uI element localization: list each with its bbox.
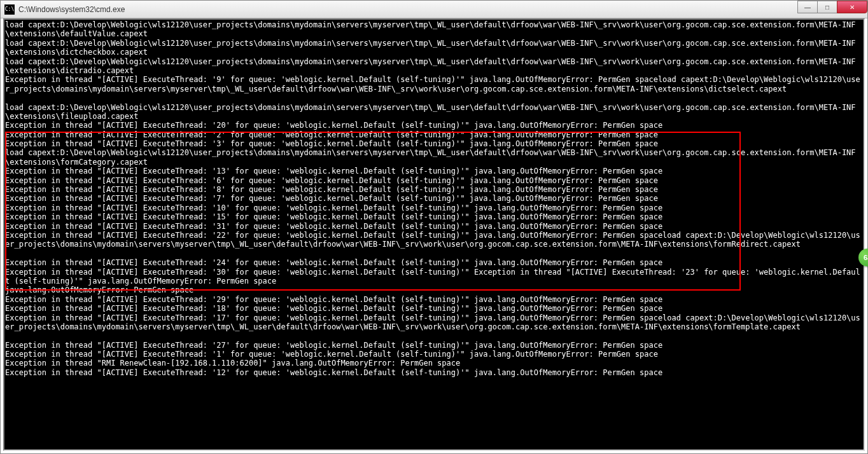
maximize-button[interactable]: □ — [817, 1, 837, 13]
cmd-icon: C:\ — [4, 4, 15, 15]
cmd-window: C:\ C:\Windows\system32\cmd.exe — □ ✕ lo… — [0, 0, 868, 454]
console-area: load capext:D:\Develop\Weblogic\wls12120… — [3, 18, 865, 451]
window-title: C:\Windows\system32\cmd.exe — [18, 5, 798, 14]
console-output[interactable]: load capext:D:\Develop\Weblogic\wls12120… — [4, 20, 864, 450]
title-bar[interactable]: C:\ C:\Windows\system32\cmd.exe — □ ✕ — [1, 1, 867, 18]
window-controls: — □ ✕ — [798, 1, 867, 13]
minimize-button[interactable]: — — [797, 1, 818, 13]
close-button[interactable]: ✕ — [837, 1, 867, 13]
